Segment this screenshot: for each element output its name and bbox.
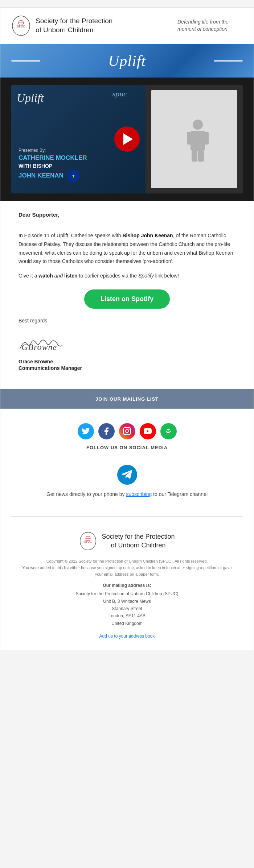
svg-point-16 [128,429,130,430]
video-thumbnail[interactable]: Uplift Presented By: CATHERINE MOCKLER w… [11,85,243,193]
email-wrapper: SPUC Society for the Protectionof Unborn… [0,7,254,650]
uplift-banner: Uplift [0,44,254,78]
header-divider [170,15,170,37]
telegram-icon-button[interactable] [117,465,137,485]
svg-rect-9 [187,132,193,145]
org-name: Society for the Protectionof Unborn Chil… [36,17,112,34]
mailing-list-section[interactable]: JOIN OUR MAILING LIST [0,389,254,409]
facebook-icon-button[interactable] [98,423,115,439]
regards-text: Best regards, [19,318,235,324]
footer-protection-text: Protection [146,533,175,540]
social-section: FOLLOW US ON SOCIAL MEDIA [0,409,254,458]
social-icons [11,423,243,439]
sender-name: Grace Browne [19,359,235,364]
twitter-bird-icon [81,427,90,435]
facebook-f-icon [102,427,111,435]
telegram-plane-icon [122,469,132,480]
footer-spuc-logo-icon: SPUC [79,531,97,551]
video-right-panel [151,90,237,188]
twitter-icon-button[interactable] [78,423,94,439]
svg-rect-12 [198,151,204,162]
telegram-description: Get news directly to your phone by subsc… [11,490,243,498]
video-presenter-info: Presented By: CATHERINE MOCKLER with BIS… [19,148,87,183]
header-logo: SPUC Society for the Protectionof Unborn… [11,15,163,37]
body-paragraph-1: In Episode 11 of Uplift, Catherine speak… [19,231,235,266]
listen-bold: listen [64,273,78,279]
spuc-logo-icon: SPUC [11,15,31,37]
video-section: Uplift Presented By: CATHERINE MOCKLER w… [0,78,254,201]
svg-rect-11 [192,151,197,162]
svg-text:✝: ✝ [72,174,75,178]
uplift-title: Uplift [108,53,146,69]
spotify-logo-icon [164,427,173,435]
footer-org-name: Society for the Protectionof Unborn Chil… [102,533,175,550]
svg-text:GBrowne: GBrowne [21,342,57,352]
video-uplift-label: Uplift [17,91,44,105]
play-triangle-icon [123,133,133,145]
footer-logo: SPUC Society for the Protectionof Unborn… [22,531,232,551]
spotify-button-wrapper: Listen on Spotify [19,289,235,309]
person-silhouette-icon [180,116,209,163]
watch-bold: watch [38,273,53,279]
play-button[interactable] [114,126,140,152]
bishop-badge-icon: ✝ [66,169,80,183]
svg-point-15 [126,430,128,433]
instagram-camera-icon [123,427,131,435]
telegram-section: Get news directly to your phone by subsc… [0,458,254,509]
signature-svg: GBrowne [19,335,66,352]
footer-section: SPUC Society for the Protectionof Unborn… [0,524,254,650]
header-tagline: Defending life from the moment of concep… [177,18,243,33]
presenter-name: CATHERINE MOCKLER [19,154,87,162]
spotify-icon-button[interactable] [160,423,177,439]
presented-by-label: Presented By: [19,148,87,153]
telegram-subscribe-link[interactable]: subscribing [126,491,152,497]
with-bishop-label: with BISHOP [19,163,87,169]
video-container[interactable]: Uplift Presented By: CATHERINE MOCKLER w… [11,85,243,193]
bishop-name-inline: Bishop John Keenan [122,233,173,238]
mailing-list-button[interactable]: JOIN OUR MAILING LIST [95,396,159,402]
svg-rect-14 [123,427,131,435]
main-content: Dear Supporter, In Episode 11 of Uplift,… [0,201,254,382]
address-book-link[interactable]: Add us to your address book [99,634,155,639]
bishop-name: JOHN KEENAN ✝ [19,169,87,183]
sender-title: Communications Manager [19,365,235,371]
youtube-play-icon [143,427,152,435]
spotify-button[interactable]: Listen on Spotify [84,289,170,309]
footer-copyright: Copyright © 2022 Society for the Protect… [22,558,232,577]
signature: GBrowne [19,335,235,354]
greeting-text: Dear Supporter, [19,212,235,218]
video-spuc-watermark: spuc [112,89,127,99]
org-name-text: Society for the Protectionof Unborn Chil… [36,17,112,34]
svg-rect-10 [202,132,209,145]
mailing-address-title: Our mailing address is: [22,583,232,588]
body-paragraph-2: Give it a watch and listen to earlier ep… [19,272,235,280]
mailing-address: Society for the Protection of Unborn Chi… [22,590,232,627]
social-media-label: FOLLOW US ON SOCIAL MEDIA [11,445,243,450]
header: SPUC Society for the Protectionof Unborn… [0,8,254,44]
svg-point-7 [193,120,203,130]
youtube-icon-button[interactable] [140,423,156,439]
instagram-icon-button[interactable] [119,423,135,439]
footer-divider [11,516,243,517]
